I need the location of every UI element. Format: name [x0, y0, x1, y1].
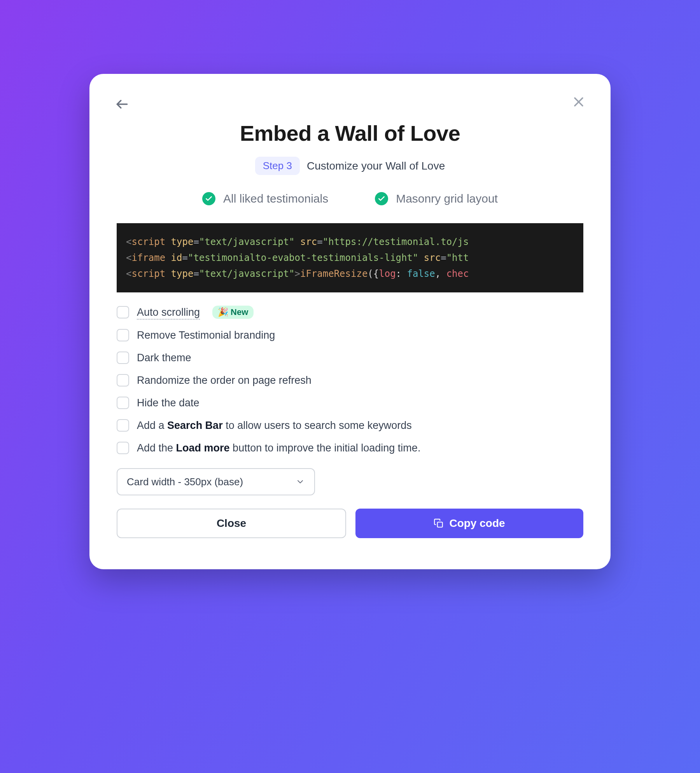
- checkbox-dark-theme[interactable]: [117, 352, 129, 364]
- checkbox-remove-branding[interactable]: [117, 329, 129, 341]
- close-modal-button[interactable]: Close: [117, 509, 346, 538]
- new-badge: 🎉 New: [212, 306, 254, 319]
- checkbox-auto-scrolling[interactable]: [117, 306, 129, 318]
- step-row: Step 3 Customize your Wall of Love: [117, 157, 583, 175]
- back-button[interactable]: [113, 95, 131, 114]
- embed-code-block[interactable]: <script type="text/javascript" src="http…: [117, 223, 583, 292]
- copy-code-button[interactable]: Copy code: [355, 509, 583, 538]
- select-value: Card width - 350px (base): [127, 476, 243, 488]
- copy-button-label: Copy code: [449, 517, 505, 530]
- check-circle-icon: [202, 192, 215, 205]
- option-auto-scrolling: Auto scrolling 🎉 New: [117, 306, 583, 319]
- option-hide-date: Hide the date: [117, 397, 583, 409]
- option-label: Add a Search Bar to allow users to searc…: [137, 420, 412, 432]
- option-remove-branding: Remove Testimonial branding: [117, 329, 583, 341]
- chevron-down-icon: [296, 477, 305, 486]
- option-dark-theme: Dark theme: [117, 352, 583, 364]
- option-label: Auto scrolling: [137, 306, 200, 318]
- svg-rect-3: [438, 522, 443, 527]
- option-search-bar: Add a Search Bar to allow users to searc…: [117, 419, 583, 432]
- check-item-layout: Masonry grid layout: [375, 192, 498, 205]
- step-description: Customize your Wall of Love: [307, 160, 445, 172]
- option-label: Remove Testimonial branding: [137, 329, 275, 341]
- check-label: All liked testimonials: [223, 192, 328, 205]
- option-randomize: Randomize the order on page refresh: [117, 374, 583, 386]
- check-label: Masonry grid layout: [396, 192, 498, 205]
- modal-title: Embed a Wall of Love: [117, 121, 583, 146]
- button-row: Close Copy code: [117, 509, 583, 538]
- option-load-more: Add the Load more button to improve the …: [117, 442, 583, 454]
- step-badge: Step 3: [255, 157, 300, 175]
- close-button-label: Close: [217, 517, 246, 530]
- embed-modal: Embed a Wall of Love Step 3 Customize yo…: [89, 74, 611, 569]
- copy-icon: [434, 518, 444, 528]
- options-list: Auto scrolling 🎉 New Remove Testimonial …: [117, 306, 583, 454]
- check-circle-icon: [375, 192, 388, 205]
- arrow-left-icon: [115, 97, 130, 112]
- close-button[interactable]: [569, 93, 588, 111]
- code-line-1: <script type="text/javascript" src="http…: [126, 234, 574, 250]
- option-label: Dark theme: [137, 352, 191, 364]
- code-line-2: <iframe id="testimonialto-evabot-testimo…: [126, 250, 574, 266]
- option-label: Add the Load more button to improve the …: [137, 442, 420, 454]
- checkbox-randomize[interactable]: [117, 374, 129, 386]
- option-label: Hide the date: [137, 397, 200, 409]
- check-item-testimonials: All liked testimonials: [202, 192, 328, 205]
- checkbox-hide-date[interactable]: [117, 397, 129, 409]
- modal-header: Embed a Wall of Love Step 3 Customize yo…: [117, 121, 583, 175]
- card-width-select-wrap: Card width - 350px (base): [117, 468, 315, 495]
- confirmation-checks: All liked testimonials Masonry grid layo…: [117, 192, 583, 205]
- checkbox-load-more[interactable]: [117, 442, 129, 454]
- code-line-3: <script type="text/javascript">iFrameRes…: [126, 266, 574, 282]
- option-label: Randomize the order on page refresh: [137, 374, 312, 386]
- close-icon: [572, 95, 585, 108]
- card-width-select[interactable]: Card width - 350px (base): [117, 468, 315, 495]
- party-popper-icon: 🎉: [218, 307, 228, 317]
- checkbox-search-bar[interactable]: [117, 419, 129, 432]
